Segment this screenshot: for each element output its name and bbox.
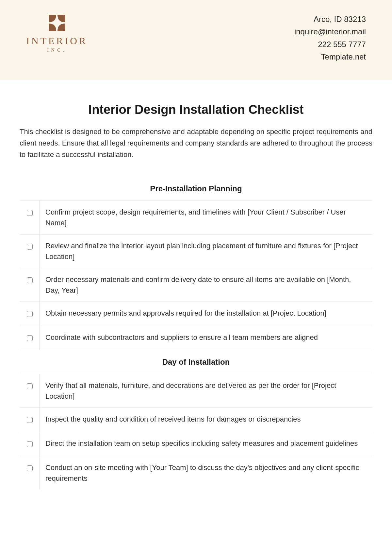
checklist-item-text: Coordinate with subcontractors and suppl… bbox=[40, 326, 372, 350]
checkbox-icon[interactable] bbox=[27, 311, 33, 317]
contact-address: Arco, ID 83213 bbox=[294, 13, 366, 26]
company-name: INTERIOR bbox=[26, 35, 88, 46]
document-body: Interior Design Installation Checklist T… bbox=[0, 80, 392, 490]
contact-phone: 222 555 7777 bbox=[294, 38, 366, 51]
checklist-row: Verify that all materials, furniture, an… bbox=[20, 374, 372, 408]
checklist-row: Direct the installation team on setup sp… bbox=[20, 432, 372, 456]
contact-site: Template.net bbox=[294, 51, 366, 63]
document-title: Interior Design Installation Checklist bbox=[20, 103, 372, 117]
company-suffix: INC. bbox=[47, 48, 67, 53]
checkbox-icon[interactable] bbox=[27, 244, 33, 250]
checklist-table: Pre-Installation Planning Confirm projec… bbox=[20, 177, 372, 490]
intro-paragraph: This checklist is designed to be compreh… bbox=[20, 126, 372, 161]
checklist-item-text: Conduct an on-site meeting with [Your Te… bbox=[40, 456, 372, 490]
checklist-row: Order necessary materials and confirm de… bbox=[20, 268, 372, 302]
checklist-row: Confirm project scope, design requiremen… bbox=[20, 201, 372, 235]
checkbox-icon[interactable] bbox=[27, 417, 33, 423]
checkbox-icon[interactable] bbox=[27, 383, 33, 389]
checklist-row: Conduct an on-site meeting with [Your Te… bbox=[20, 456, 372, 490]
section-heading: Pre-Installation Planning bbox=[20, 177, 372, 201]
checklist-row: Review and finalize the interior layout … bbox=[20, 235, 372, 268]
checklist-item-text: Verify that all materials, furniture, an… bbox=[40, 374, 372, 408]
checkbox-icon[interactable] bbox=[27, 441, 33, 447]
checklist-item-text: Order necessary materials and confirm de… bbox=[40, 268, 372, 302]
checklist-row: Obtain necessary permits and approvals r… bbox=[20, 302, 372, 326]
company-logo-block: INTERIOR INC. bbox=[26, 13, 88, 53]
checklist-item-text: Inspect the quality and condition of rec… bbox=[40, 408, 372, 432]
contact-email: inquire@interior.mail bbox=[294, 26, 366, 38]
checklist-item-text: Direct the installation team on setup sp… bbox=[40, 432, 372, 456]
checklist-row: Coordinate with subcontractors and suppl… bbox=[20, 326, 372, 350]
checklist-item-text: Obtain necessary permits and approvals r… bbox=[40, 302, 372, 326]
checklist-item-text: Confirm project scope, design requiremen… bbox=[40, 201, 372, 235]
contact-info: Arco, ID 83213 inquire@interior.mail 222… bbox=[294, 13, 366, 63]
checkbox-icon[interactable] bbox=[27, 335, 33, 341]
checkbox-icon[interactable] bbox=[27, 277, 33, 283]
letterhead-header: INTERIOR INC. Arco, ID 83213 inquire@int… bbox=[0, 0, 392, 80]
checklist-row: Inspect the quality and condition of rec… bbox=[20, 408, 372, 432]
company-logo-icon bbox=[47, 13, 67, 33]
checkbox-icon[interactable] bbox=[27, 465, 33, 471]
section-heading: Day of Installation bbox=[20, 350, 372, 374]
checkbox-icon[interactable] bbox=[27, 210, 33, 216]
checklist-item-text: Review and finalize the interior layout … bbox=[40, 235, 372, 268]
